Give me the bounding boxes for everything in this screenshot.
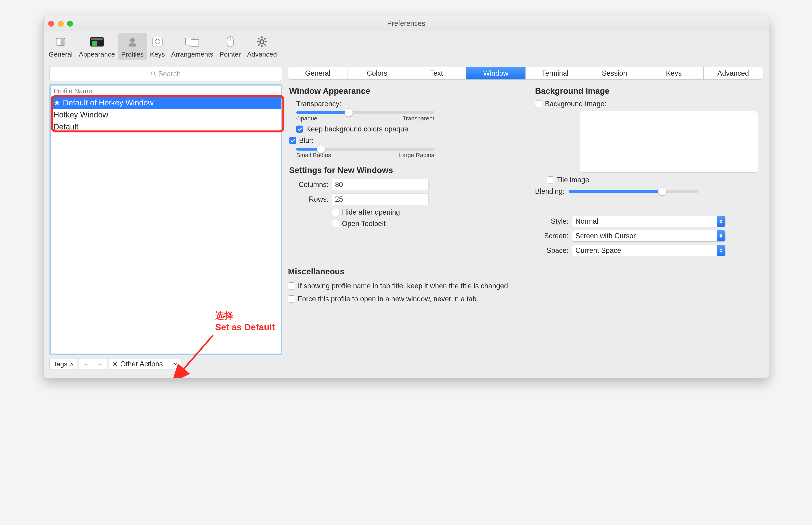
svg-line-20 <box>258 44 259 46</box>
profile-item-hotkey-window[interactable]: Hotkey Window <box>51 109 281 121</box>
blending-slider[interactable] <box>569 190 699 193</box>
tile-image-checkbox[interactable]: Tile image <box>547 176 762 184</box>
toolbar-tab-profiles[interactable]: Profiles <box>118 33 147 60</box>
svg-rect-3 <box>91 38 103 40</box>
keep-profile-name-checkbox[interactable]: If showing profile name in tab title, ke… <box>288 282 763 290</box>
columns-label: Columns: <box>289 181 329 189</box>
toolbar-tab-appearance[interactable]: Appearance <box>76 33 118 60</box>
profile-inner-tabs: General Colors Text Window Terminal Sess… <box>288 67 763 80</box>
profile-item-default-hotkey[interactable]: ★ Default of Hotkey Window <box>51 96 281 109</box>
style-value: Normal <box>575 217 598 225</box>
inner-tab-text[interactable]: Text <box>407 67 466 79</box>
toolbar-tab-advanced[interactable]: Advanced <box>244 33 280 60</box>
checkbox-icon <box>289 137 296 144</box>
tags-button[interactable]: Tags > <box>49 358 77 370</box>
svg-point-5 <box>130 38 135 43</box>
plus-icon: ＋ <box>82 359 89 369</box>
space-label: Space: <box>535 246 569 255</box>
style-select[interactable]: Normal <box>572 215 725 227</box>
blur-slider[interactable] <box>296 148 434 151</box>
keep-opaque-label: Keep background colors opaque <box>306 125 408 133</box>
minus-icon: － <box>96 359 103 369</box>
blur-checkbox[interactable]: Blur: <box>289 136 527 145</box>
screen-value: Screen with Cursor <box>575 232 636 240</box>
toolbar-tab-general[interactable]: General <box>46 33 76 60</box>
keep-opaque-checkbox[interactable]: Keep background colors opaque <box>289 125 527 133</box>
inner-tab-terminal[interactable]: Terminal <box>526 67 585 79</box>
svg-rect-1 <box>60 39 64 45</box>
select-arrows-icon <box>717 230 725 241</box>
other-actions-label: Other Actions... <box>120 360 169 368</box>
inner-tab-colors[interactable]: Colors <box>347 67 407 79</box>
preferences-toolbar: General Appearance Profiles ⌘ Keys <box>44 31 769 61</box>
svg-line-17 <box>258 38 259 40</box>
background-image-label: Background Image: <box>545 100 606 108</box>
inner-tab-keys[interactable]: Keys <box>644 67 704 79</box>
transparency-max-label: Transparent <box>403 115 434 122</box>
profiles-sidebar: Search Profile Name ★ Default of Hotkey … <box>49 67 282 370</box>
blur-max-label: Large Radius <box>399 152 434 159</box>
profile-item-label: Default of Hotkey Window <box>63 98 153 107</box>
checkbox-icon <box>296 125 303 133</box>
toolbar-tab-keys[interactable]: ⌘ Keys <box>147 33 168 60</box>
profile-icon <box>125 35 139 49</box>
force-new-window-checkbox[interactable]: Force this profile to open in a new wind… <box>288 295 763 303</box>
other-actions-dropdown[interactable]: Other Actions... <box>109 358 181 370</box>
space-select[interactable]: Current Space <box>572 245 725 256</box>
toolbar-tab-arrangements[interactable]: Arrangements <box>168 33 216 60</box>
gear-icon <box>112 361 118 367</box>
svg-text:⌘: ⌘ <box>155 39 160 45</box>
minimize-window-button[interactable] <box>58 21 64 27</box>
chevron-down-icon <box>174 363 178 365</box>
rows-field[interactable]: 25 <box>332 194 428 205</box>
svg-rect-9 <box>191 40 199 46</box>
profile-search-input[interactable]: Search <box>49 67 282 81</box>
toolbar-tab-label: General <box>49 50 73 58</box>
background-image-checkbox[interactable]: Background Image: <box>535 100 762 108</box>
miscellaneous-heading: Miscellaneous <box>288 267 763 276</box>
content-area: Search Profile Name ★ Default of Hotkey … <box>44 61 769 378</box>
add-profile-button[interactable]: ＋ <box>79 358 93 370</box>
inner-tab-window[interactable]: Window <box>466 67 525 79</box>
toolbar-tab-label: Advanced <box>247 50 277 58</box>
profile-item-label: Default <box>54 122 78 131</box>
rows-label: Rows: <box>289 195 329 204</box>
window-settings-panel: Window Appearance Transparency: Opaque T… <box>288 84 763 258</box>
switch-icon <box>54 35 67 49</box>
svg-rect-4 <box>92 41 97 46</box>
screen-select[interactable]: Screen with Cursor <box>572 230 725 242</box>
transparency-slider[interactable] <box>296 111 434 114</box>
checkbox-icon <box>535 100 542 107</box>
checkbox-icon <box>288 296 295 302</box>
background-image-well[interactable] <box>580 111 758 172</box>
window-title: Preferences <box>48 19 764 28</box>
inner-tab-advanced[interactable]: Advanced <box>704 67 763 79</box>
profiles-list-container: Profile Name ★ Default of Hotkey Window … <box>49 84 282 355</box>
checkbox-icon <box>288 282 295 289</box>
remove-profile-button[interactable]: － <box>93 358 107 370</box>
toolbar-tab-label: Pointer <box>220 50 241 58</box>
profiles-header: Profile Name <box>51 86 281 96</box>
profile-item-default[interactable]: Default <box>51 121 281 133</box>
force-new-window-label: Force this profile to open in a new wind… <box>298 295 479 303</box>
tile-image-label: Tile image <box>557 176 589 184</box>
keep-profile-name-label: If showing profile name in tab title, ke… <box>298 282 508 290</box>
checkbox-icon <box>332 220 339 227</box>
star-icon: ★ <box>54 98 60 107</box>
mouse-icon <box>223 35 237 49</box>
search-icon <box>151 71 156 77</box>
columns-field[interactable]: 80 <box>332 179 428 190</box>
profile-settings-panel: General Colors Text Window Terminal Sess… <box>288 67 763 370</box>
inner-tab-session[interactable]: Session <box>585 67 644 79</box>
inner-tab-general[interactable]: General <box>288 67 347 79</box>
hide-after-opening-checkbox[interactable]: Hide after opening <box>332 208 400 216</box>
toolbar-tab-pointer[interactable]: Pointer <box>216 33 244 60</box>
zoom-window-button[interactable] <box>67 21 73 27</box>
profile-item-label: Hotkey Window <box>54 110 108 119</box>
close-window-button[interactable] <box>48 21 54 27</box>
hide-after-opening-label: Hide after opening <box>342 208 400 216</box>
toolbar-tab-label: Arrangements <box>171 50 213 58</box>
window-settings-right-col: Background Image Background Image: Tile … <box>535 86 762 256</box>
open-toolbelt-checkbox[interactable]: Open Toolbelt <box>332 220 386 228</box>
blur-label: Blur: <box>299 136 314 145</box>
